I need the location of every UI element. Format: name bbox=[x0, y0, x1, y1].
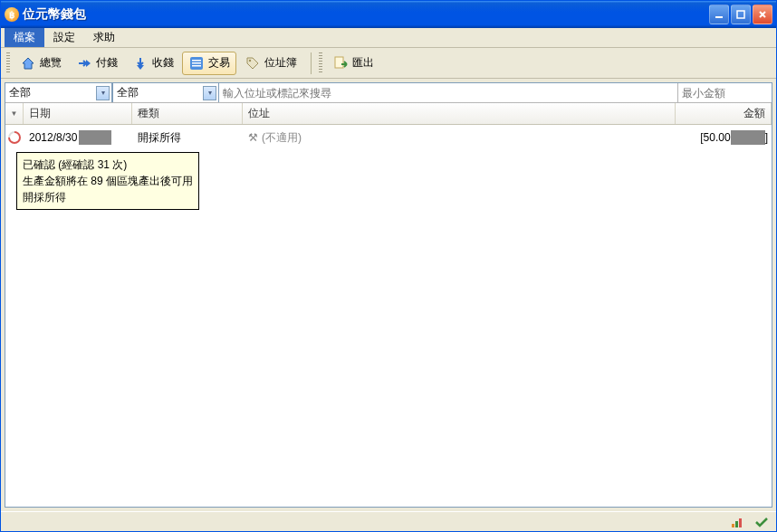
pending-icon bbox=[8, 131, 21, 144]
table-header: ▼ 日期 種類 位址 金額 bbox=[5, 103, 772, 125]
toolbar: 總覽 付錢 收錢 交易 位址簿 匯出 bbox=[1, 48, 776, 79]
home-icon bbox=[20, 55, 36, 71]
receive-label: 收錢 bbox=[152, 55, 174, 71]
toolbar-separator bbox=[311, 52, 312, 74]
overview-button[interactable]: 總覽 bbox=[14, 52, 68, 75]
minimize-button[interactable] bbox=[709, 5, 729, 24]
status-bar bbox=[1, 511, 776, 531]
toolbar-grip bbox=[6, 52, 10, 74]
header-sort[interactable]: ▼ bbox=[5, 103, 24, 124]
menu-help[interactable]: 求助 bbox=[84, 28, 124, 47]
toolbar-grip-2 bbox=[319, 52, 322, 74]
svg-rect-7 bbox=[335, 57, 343, 68]
chevron-down-icon: ▾ bbox=[203, 86, 216, 100]
amount-cell: [50.00] bbox=[676, 125, 772, 150]
svg-rect-10 bbox=[739, 518, 742, 527]
app-window: ฿ 位元幣錢包 檔案 設定 求助 總覽 付錢 bbox=[0, 0, 777, 532]
date-value: 2012/8/30 bbox=[29, 131, 77, 144]
date-cell: 2012/8/30 bbox=[24, 125, 132, 150]
tooltip-line1: 已確認 (經確認 31 次) bbox=[23, 157, 193, 173]
tag-icon bbox=[245, 55, 261, 71]
transactions-button[interactable]: 交易 bbox=[182, 52, 236, 75]
menu-settings[interactable]: 設定 bbox=[44, 28, 84, 47]
sort-desc-icon: ▼ bbox=[11, 109, 18, 118]
addressbook-label: 位址簿 bbox=[264, 55, 297, 71]
export-label: 匯出 bbox=[352, 55, 374, 71]
search-input[interactable] bbox=[219, 83, 677, 102]
table-row[interactable]: 2012/8/30 開採所得 ⚒ (不適用) [50.00] bbox=[5, 125, 772, 150]
list-icon bbox=[188, 55, 205, 71]
header-date[interactable]: 日期 bbox=[24, 103, 132, 124]
svg-point-6 bbox=[249, 59, 251, 61]
export-icon bbox=[332, 55, 349, 71]
svg-rect-9 bbox=[735, 521, 738, 527]
status-cell bbox=[5, 125, 24, 150]
tooltip-line2: 生產金額將在 89 個區塊產出後可用 bbox=[23, 173, 193, 189]
address-cell: ⚒ (不適用) bbox=[243, 125, 676, 150]
minimize-icon bbox=[715, 10, 724, 19]
receive-button[interactable]: 收錢 bbox=[126, 52, 180, 75]
filter-bar: 全部▾ 全部▾ bbox=[5, 83, 772, 103]
check-icon bbox=[754, 516, 769, 528]
close-icon bbox=[758, 10, 767, 19]
hammer-icon: ⚒ bbox=[248, 131, 258, 144]
amount-prefix: [50.00 bbox=[700, 131, 730, 144]
menu-file[interactable]: 檔案 bbox=[5, 28, 44, 47]
svg-rect-3 bbox=[192, 60, 201, 62]
transactions-label: 交易 bbox=[208, 55, 230, 71]
svg-rect-8 bbox=[732, 524, 734, 527]
svg-rect-5 bbox=[192, 65, 201, 67]
address-value: (不適用) bbox=[262, 130, 302, 146]
window-title: 位元幣錢包 bbox=[23, 6, 709, 23]
svg-rect-4 bbox=[192, 62, 201, 64]
menubar: 檔案 設定 求助 bbox=[1, 28, 776, 48]
svg-rect-0 bbox=[715, 16, 723, 18]
header-amount[interactable]: 金額 bbox=[676, 103, 772, 124]
bitcoin-icon: ฿ bbox=[5, 7, 19, 22]
chevron-down-icon: ▾ bbox=[96, 86, 110, 100]
titlebar: ฿ 位元幣錢包 bbox=[1, 1, 776, 28]
signal-icon bbox=[731, 516, 745, 528]
period-value: 全部 bbox=[9, 85, 31, 100]
tooltip: 已確認 (經確認 31 次) 生產金額將在 89 個區塊產出後可用 開採所得 bbox=[16, 152, 199, 210]
window-buttons bbox=[709, 5, 772, 24]
overview-label: 總覽 bbox=[40, 55, 62, 71]
send-label: 付錢 bbox=[96, 55, 118, 71]
redacted-block bbox=[731, 130, 765, 145]
arrow-right-icon bbox=[76, 55, 92, 71]
header-type[interactable]: 種類 bbox=[132, 103, 243, 124]
type-combo[interactable]: 全部▾ bbox=[112, 83, 219, 102]
maximize-button[interactable] bbox=[731, 5, 751, 24]
export-button[interactable]: 匯出 bbox=[326, 52, 380, 75]
addressbook-button[interactable]: 位址簿 bbox=[238, 52, 303, 75]
svg-rect-1 bbox=[737, 11, 744, 18]
content-area: 全部▾ 全部▾ ▼ 日期 種類 位址 金額 2012/8/30 開採所得 ⚒ (… bbox=[5, 82, 772, 508]
maximize-icon bbox=[736, 10, 745, 19]
amount-suffix: ] bbox=[765, 131, 768, 144]
tooltip-line3: 開採所得 bbox=[23, 189, 193, 205]
redacted-block bbox=[79, 130, 111, 145]
type-cell: 開採所得 bbox=[132, 125, 243, 150]
min-amount-input[interactable] bbox=[677, 83, 772, 102]
period-combo[interactable]: 全部▾ bbox=[5, 83, 112, 102]
table-rows: 2012/8/30 開採所得 ⚒ (不適用) [50.00] 已確認 (經確認 … bbox=[5, 125, 772, 507]
header-address[interactable]: 位址 bbox=[243, 103, 676, 124]
close-button[interactable] bbox=[753, 5, 772, 24]
arrow-down-icon bbox=[132, 55, 149, 71]
type-value: 全部 bbox=[117, 85, 139, 100]
send-button[interactable]: 付錢 bbox=[70, 52, 124, 75]
